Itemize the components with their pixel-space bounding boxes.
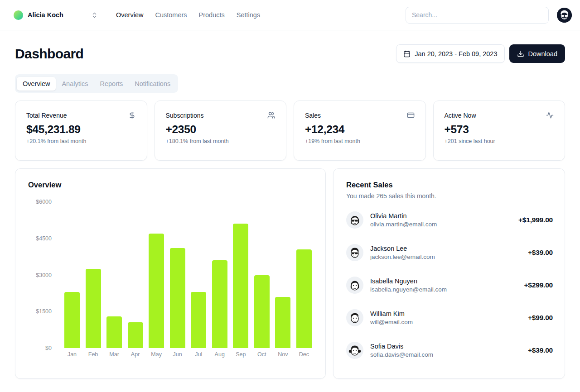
sale-item: William Kim will@email.com +$99.00: [346, 309, 553, 326]
bar-column-aug: Aug: [212, 202, 227, 348]
date-range-label: Jan 20, 2023 - Feb 09, 2023: [415, 50, 497, 57]
x-axis-label: Aug: [215, 351, 225, 358]
stat-card-active-now: Active Now +573 +201 since last hour: [433, 100, 566, 161]
nav-link-customers[interactable]: Customers: [155, 11, 187, 19]
customer-email: sofia.davis@email.com: [370, 351, 433, 358]
customer-email: isabella.nguyen@email.com: [370, 286, 447, 293]
download-button[interactable]: Download: [509, 44, 566, 63]
y-axis-tick: $3000: [28, 272, 58, 278]
customer-name: Olivia Martin: [370, 212, 437, 220]
download-label: Download: [528, 50, 558, 57]
customer-avatar: [346, 277, 363, 294]
customer-name: Jackson Lee: [370, 245, 435, 252]
chart-title: Overview: [28, 181, 314, 189]
top-navbar: Alicia Koch OverviewCustomersProductsSet…: [0, 0, 580, 30]
tab-reports[interactable]: Reports: [94, 77, 129, 91]
bar-column-may: May: [149, 202, 164, 348]
bar-aug: [212, 260, 227, 348]
stat-change: +180.1% from last month: [166, 138, 276, 144]
page-title: Dashboard: [15, 46, 83, 62]
customer-name: Isabella Nguyen: [370, 277, 447, 285]
user-avatar[interactable]: [557, 8, 572, 23]
calendar-icon: [403, 50, 411, 57]
stat-value: $45,231.89: [26, 123, 136, 136]
date-range-picker[interactable]: Jan 20, 2023 - Feb 09, 2023: [396, 44, 504, 63]
sale-amount: +$39.00: [528, 346, 553, 354]
sale-amount: +$99.00: [528, 314, 553, 322]
y-axis-tick: $6000: [28, 199, 58, 205]
x-axis-label: Dec: [299, 351, 309, 358]
team-switcher[interactable]: Alicia Koch: [14, 10, 98, 20]
bar-jul: [191, 292, 206, 348]
tab-overview[interactable]: Overview: [17, 77, 56, 91]
recent-sales-title: Recent Sales: [346, 181, 553, 189]
sale-item: Sofia Davis sofia.davis@email.com +$39.0…: [346, 342, 553, 359]
stat-label: Active Now: [445, 112, 476, 119]
x-axis-label: May: [151, 351, 162, 358]
recent-sales-list: Olivia Martin olivia.martin@email.com +$…: [346, 211, 553, 359]
bar-nov: [275, 297, 290, 348]
x-axis-label: Sep: [236, 351, 246, 358]
customer-email: jackson.lee@email.com: [370, 253, 435, 260]
stat-value: +12,234: [305, 123, 415, 136]
x-axis-label: Apr: [131, 351, 140, 358]
dashboard-tabs: OverviewAnalyticsReportsNotifications: [15, 74, 178, 93]
customer-avatar: [346, 244, 363, 261]
sale-item: Olivia Martin olivia.martin@email.com +$…: [346, 211, 553, 229]
sale-amount: +$299.00: [524, 281, 553, 289]
bar-apr: [128, 322, 143, 348]
customer-email: olivia.martin@email.com: [370, 221, 437, 228]
x-axis-label: Jun: [173, 351, 182, 358]
bar-may: [149, 234, 164, 348]
nav-link-products[interactable]: Products: [199, 11, 225, 19]
x-axis-label: Oct: [257, 351, 266, 358]
y-axis-tick: $1500: [28, 308, 58, 315]
bar-chart: $6000$4500$3000$1500$0JanFebMarAprMayJun…: [28, 202, 314, 364]
search-input[interactable]: [406, 7, 549, 24]
dashboard-page: Dashboard Jan 20, 2023 - Feb 09, 2023 Do…: [0, 30, 580, 379]
bar-dec: [296, 249, 312, 348]
bar-sep: [233, 224, 248, 348]
sale-item: Jackson Lee jackson.lee@email.com +$39.0…: [346, 244, 553, 261]
stat-label: Sales: [305, 112, 321, 119]
team-logo-icon: [14, 10, 23, 20]
bar-mar: [106, 316, 122, 348]
customer-avatar: [346, 309, 363, 326]
bar-feb: [86, 269, 101, 348]
stat-change: +19% from last month: [305, 138, 415, 144]
stat-card-sales: Sales +12,234 +19% from last month: [294, 100, 426, 161]
bar-column-jul: Jul: [191, 202, 206, 348]
y-axis-tick: $0: [28, 345, 58, 351]
main-nav: OverviewCustomersProductsSettings: [116, 11, 260, 19]
credit-card-icon: [407, 111, 415, 119]
bar-oct: [254, 275, 270, 349]
tab-notifications[interactable]: Notifications: [129, 77, 176, 91]
bar-column-jan: Jan: [64, 202, 80, 348]
bar-jan: [64, 292, 80, 348]
stats-row: Total Revenue $45,231.89 +20.1% from las…: [15, 100, 565, 161]
chart-plot-area: JanFebMarAprMayJunJulAugSepOctNovDec: [64, 202, 312, 348]
nav-link-settings[interactable]: Settings: [237, 11, 260, 19]
team-name: Alicia Koch: [28, 11, 63, 19]
customer-name: Sofia Davis: [370, 343, 433, 350]
download-icon: [517, 50, 524, 57]
stat-card-total-revenue: Total Revenue $45,231.89 +20.1% from las…: [15, 100, 147, 161]
bar-column-feb: Feb: [86, 202, 101, 348]
x-axis-label: Mar: [109, 351, 119, 358]
stat-card-subscriptions: Subscriptions +2350 +180.1% from last mo…: [155, 100, 287, 161]
y-axis-tick: $4500: [28, 235, 58, 242]
tab-analytics[interactable]: Analytics: [56, 77, 94, 91]
customer-name: William Kim: [370, 310, 413, 317]
user-face-icon: [557, 8, 572, 23]
stat-value: +573: [445, 123, 554, 136]
stat-value: +2350: [166, 123, 276, 136]
bar-column-jun: Jun: [170, 202, 185, 348]
customer-email: will@email.com: [370, 319, 413, 325]
users-icon: [267, 111, 275, 119]
nav-link-overview[interactable]: Overview: [116, 11, 143, 19]
sale-amount: +$1,999.00: [518, 216, 553, 224]
activity-icon: [546, 111, 554, 119]
customer-avatar: [346, 342, 363, 359]
bar-column-apr: Apr: [128, 202, 143, 348]
stat-label: Total Revenue: [26, 112, 67, 119]
